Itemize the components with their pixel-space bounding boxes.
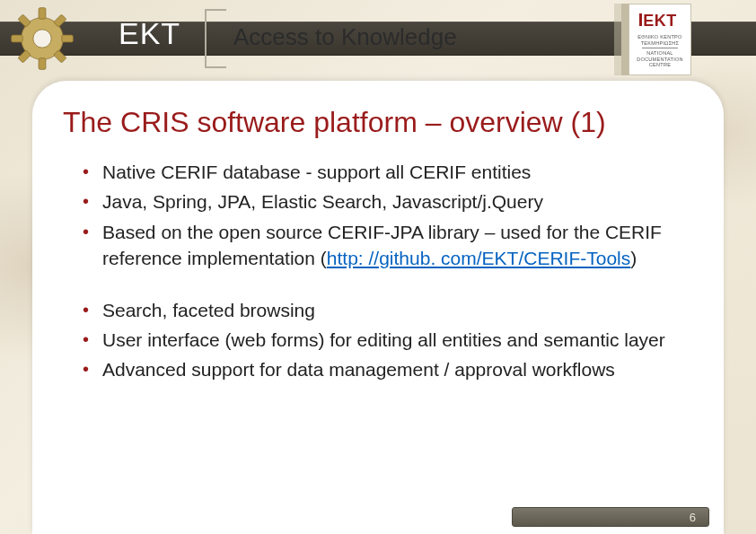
- logo: EKT ΕΘΝΙΚΟ ΚΕΝΤΡΟ ΤΕΚΜΗΡΙΩΣΗΣ NATIONAL D…: [629, 4, 691, 75]
- list-item: Java, Spring, JPA, Elastic Search, Javas…: [83, 188, 693, 214]
- svg-rect-2: [39, 8, 46, 19]
- list-item: Search, faceted browsing: [83, 297, 693, 323]
- logo-subtitle: ΕΘΝΙΚΟ ΚΕΝΤΡΟ ΤΕΚΜΗΡΙΩΣΗΣ NATIONAL DOCUM…: [637, 34, 683, 68]
- content-panel: The CRIS software platform – overview (1…: [32, 81, 724, 534]
- svg-rect-3: [39, 58, 46, 69]
- list-item: Native CERIF database - support all CERI…: [83, 159, 693, 185]
- svg-rect-5: [62, 35, 73, 42]
- list-item: User interface (web forms) for editing a…: [83, 327, 693, 353]
- bracket-decoration: [205, 9, 226, 68]
- header: EKT Access to Knowledge EKT ΕΘΝΙΚΟ ΚΕΝΤΡ…: [0, 0, 756, 81]
- logo-main: EKT: [643, 12, 677, 31]
- page-number: 6: [690, 511, 696, 524]
- page-number-box: 6: [512, 507, 709, 527]
- svg-rect-4: [12, 35, 22, 42]
- svg-point-1: [33, 30, 51, 48]
- github-link[interactable]: http: //github. com/EKT/CERIF-Tools: [327, 248, 630, 268]
- tagline: Access to Knowledge: [233, 23, 457, 51]
- org-name: EKT: [119, 16, 180, 51]
- bullet-group-2: Search, faceted browsing User interface …: [83, 297, 693, 383]
- bullet-group-1: Native CERIF database - support all CERI…: [83, 159, 693, 272]
- slide-title: The CRIS software platform – overview (1…: [63, 106, 693, 139]
- gear-icon: [7, 4, 77, 74]
- link-suffix: ): [630, 248, 637, 268]
- link-prefix: (: [321, 248, 327, 268]
- list-item: Advanced support for data management / a…: [83, 356, 693, 382]
- list-item: Based on the open source CERIF-JPA libra…: [83, 219, 693, 272]
